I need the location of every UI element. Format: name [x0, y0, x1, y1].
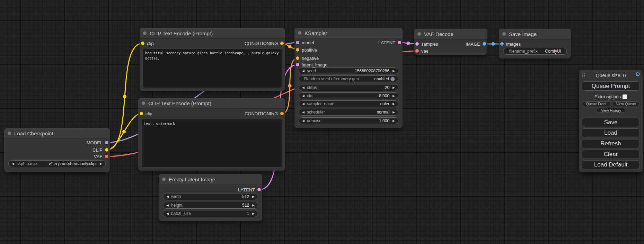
queue-front-button[interactable]: Queue Front: [582, 101, 611, 106]
vae-input-dot[interactable]: [415, 49, 419, 53]
view-queue-button[interactable]: View Queue: [612, 101, 640, 106]
decrement-arrow-icon[interactable]: ◀: [166, 204, 169, 207]
widget-label: Random seed after every gen: [304, 76, 359, 81]
IMAGE-output-dot[interactable]: [483, 42, 486, 46]
refresh-button[interactable]: Refresh: [582, 139, 640, 148]
node-title: Load Checkpoint: [14, 130, 53, 136]
node-graph-canvas[interactable]: Load CheckpointMODELCLIPVAE◀ckpt_namev1-…: [0, 0, 644, 244]
images-input-dot[interactable]: [500, 42, 504, 46]
decrement-arrow-icon[interactable]: ◀: [12, 162, 14, 165]
CONDITIONING-output-dot[interactable]: [280, 112, 284, 115]
clip-text-encode-positive-textarea[interactable]: beautiful scenery nature glass bottle la…: [143, 49, 282, 88]
decrement-arrow-icon[interactable]: ◀: [302, 70, 305, 73]
node-title-bar[interactable]: VAE Decode: [414, 29, 487, 39]
node-title-bar[interactable]: Load Checkpoint: [4, 128, 110, 139]
widget-cfg[interactable]: ◀cfg8.000▶: [299, 92, 398, 99]
node-title-bar[interactable]: CLIP Text Encode (Prompt): [140, 28, 285, 39]
link-midpoint-dot: [407, 42, 410, 45]
positive-input-dot[interactable]: [296, 48, 299, 52]
collapse-dot-icon[interactable]: [162, 178, 166, 181]
LATENT-output-dot[interactable]: [398, 41, 401, 44]
clip-input-dot[interactable]: [141, 42, 144, 45]
collapse-dot-icon[interactable]: [143, 31, 147, 35]
increment-arrow-icon[interactable]: ▶: [392, 102, 395, 106]
node-clip-text-encode-negative[interactable]: CLIP Text Encode (Prompt)clipCONDITIONIN…: [138, 98, 285, 171]
decrement-arrow-icon[interactable]: ◀: [302, 94, 305, 98]
CLIP-output-dot[interactable]: [105, 148, 108, 152]
input-clip: clip: [141, 40, 154, 46]
node-clip-text-encode-positive[interactable]: CLIP Text Encode (Prompt)clipCONDITIONIN…: [140, 28, 285, 91]
increment-arrow-icon[interactable]: ▶: [100, 162, 102, 165]
input-vae: vae: [415, 48, 429, 54]
node-title-bar[interactable]: KSampler: [294, 28, 403, 38]
widget-denoise[interactable]: ◀denoise1.000▶: [299, 117, 398, 124]
node-vae-decode[interactable]: VAE DecodesamplesvaeIMAGE: [414, 29, 487, 55]
node-title-bar[interactable]: Empty Latent Image: [159, 174, 262, 185]
node-title-bar[interactable]: Save Image: [499, 29, 571, 39]
collapse-dot-icon[interactable]: [8, 132, 11, 135]
link-midpoint-dot: [288, 84, 292, 88]
widget-width[interactable]: ◀width512▶: [163, 193, 258, 200]
queue-prompt-button[interactable]: Queue Prompt: [582, 81, 640, 91]
widget-steps[interactable]: ◀steps20▶: [299, 84, 398, 91]
node-load-checkpoint[interactable]: Load CheckpointMODELCLIPVAE◀ckpt_namev1-…: [4, 128, 110, 172]
MODEL-output-dot[interactable]: [105, 141, 108, 144]
LATENT-output-dot[interactable]: [257, 188, 261, 191]
collapse-dot-icon[interactable]: [298, 31, 301, 35]
decrement-arrow-icon[interactable]: ◀: [302, 119, 305, 123]
input-label: model: [302, 40, 314, 45]
increment-arrow-icon[interactable]: ▶: [392, 94, 395, 98]
widget-value: ComfyUI: [545, 49, 561, 54]
extra-options-checkbox[interactable]: [623, 94, 627, 99]
samples-input-dot[interactable]: [415, 42, 419, 46]
collapse-dot-icon[interactable]: [502, 32, 506, 36]
widget-value: 1: [247, 211, 249, 216]
model-input-dot[interactable]: [296, 41, 299, 44]
load-button[interactable]: Load: [582, 128, 640, 137]
VAE-output-dot[interactable]: [105, 155, 108, 158]
output-CONDITIONING: CONDITIONING: [245, 110, 284, 117]
clip-text-encode-negative-textarea[interactable]: text, watermark: [142, 119, 282, 167]
clip-input-dot[interactable]: [140, 112, 143, 115]
decrement-arrow-icon[interactable]: ◀: [166, 195, 169, 198]
extra-options-label: Extra options: [594, 94, 621, 99]
gear-icon[interactable]: ⚙: [635, 72, 640, 77]
latent_image-input-dot[interactable]: [296, 63, 299, 66]
negative-input-dot[interactable]: [296, 56, 299, 60]
CONDITIONING-output-dot[interactable]: [280, 42, 284, 45]
decrement-arrow-icon[interactable]: ◀: [302, 86, 305, 89]
output-CONDITIONING: CONDITIONING: [245, 40, 284, 46]
clear-button[interactable]: Clear: [582, 150, 640, 159]
widget-ckpt_name[interactable]: ◀ckpt_namev1-5-pruned-emaonly.ckpt▶: [8, 160, 106, 167]
node-save-image[interactable]: Save Imageimagesfilename_prefixComfyUI: [499, 29, 571, 58]
increment-arrow-icon[interactable]: ▶: [392, 111, 395, 114]
widget-scheduler[interactable]: ◀schedulernormal▶: [299, 109, 398, 116]
widget-seed[interactable]: ◀seed156680208700286▶: [299, 67, 398, 74]
node-title-bar[interactable]: CLIP Text Encode (Prompt): [138, 98, 285, 109]
widget-height[interactable]: ◀height512▶: [163, 202, 258, 209]
widget-filename_prefix[interactable]: filename_prefixComfyUI: [503, 48, 567, 55]
increment-arrow-icon[interactable]: ▶: [252, 212, 255, 215]
node-empty-latent-image[interactable]: Empty Latent ImageLATENT◀width512▶◀heigh…: [159, 174, 262, 221]
increment-arrow-icon[interactable]: ▶: [392, 70, 395, 73]
widget-random-seed-after-every-gen[interactable]: Random seed after every genenabled: [299, 75, 398, 82]
increment-arrow-icon[interactable]: ▶: [252, 204, 255, 207]
increment-arrow-icon[interactable]: ▶: [392, 86, 395, 89]
load-default-button[interactable]: Load Default: [582, 160, 640, 169]
view-history-button[interactable]: View History: [596, 108, 626, 113]
increment-arrow-icon[interactable]: ▶: [252, 195, 255, 198]
widget-batch_size[interactable]: ◀batch_size1▶: [163, 210, 258, 217]
decrement-arrow-icon[interactable]: ◀: [302, 102, 305, 106]
widget-sampler_name[interactable]: ◀sampler_nameeuler▶: [299, 100, 398, 107]
widget-label: denoise: [307, 118, 321, 123]
toggle-dot[interactable]: [390, 77, 395, 81]
collapse-dot-icon[interactable]: [417, 32, 421, 36]
decrement-arrow-icon[interactable]: ◀: [302, 111, 305, 114]
save-button[interactable]: Save: [582, 118, 640, 127]
node-ksampler[interactable]: KSamplermodelpositivenegativelatent_imag…: [294, 28, 403, 128]
decrement-arrow-icon[interactable]: ◀: [166, 212, 169, 215]
widget-label: filename_prefix: [509, 49, 537, 54]
increment-arrow-icon[interactable]: ▶: [392, 119, 395, 123]
collapse-dot-icon[interactable]: [142, 101, 145, 105]
output-label: MODEL: [87, 140, 103, 145]
